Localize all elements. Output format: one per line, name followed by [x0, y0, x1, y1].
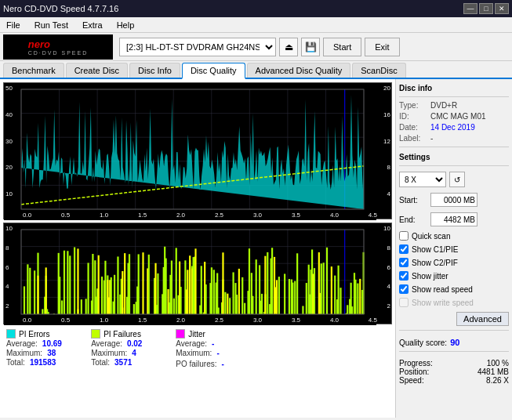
show-c2-checkbox[interactable] [399, 258, 409, 267]
titlebar-controls[interactable]: — □ ✕ [463, 3, 509, 14]
lower-chart-right-labels: 10 8 6 4 2 [379, 223, 391, 324]
show-c1-checkbox[interactable] [399, 244, 409, 254]
start-row: Start: [399, 193, 509, 207]
quick-scan-label: Quick scan [412, 232, 450, 241]
show-read-speed-label: Show read speed [412, 285, 473, 294]
save-icon[interactable]: 💾 [301, 38, 320, 56]
quality-score: 90 [450, 338, 459, 347]
legend-jitter: Jitter Average: - Maximum: - PO failures… [176, 329, 252, 368]
speed-row-progress: Speed: 8.26 X [399, 376, 509, 385]
menubar: File Run Test Extra Help [0, 17, 512, 33]
speed-value: 8.26 X [486, 376, 509, 385]
logo: nero CD·DVD SPEED [3, 34, 113, 60]
pi-errors-title: PI Errors [19, 330, 49, 339]
tab-disc-quality[interactable]: Disc Quality [182, 63, 245, 79]
legend-area: PI Errors Average: 10.69 Maximum: 38 Tot… [3, 328, 392, 370]
minimize-button[interactable]: — [463, 3, 478, 14]
start-input[interactable] [430, 193, 478, 207]
progress-row: Progress: 100 % [399, 359, 509, 368]
divider-4 [399, 330, 509, 331]
pi-failures-title: PI Failures [103, 330, 141, 339]
right-panel: Disc info Type: DVD+R ID: CMC MAG M01 Da… [396, 79, 512, 418]
position-row: Position: 4481 MB [399, 368, 509, 376]
tab-disc-info[interactable]: Disc Info [129, 63, 180, 78]
disc-type-row: Type: DVD+R [399, 101, 509, 110]
divider-1 [399, 96, 509, 97]
pi-errors-color-box [6, 329, 16, 339]
speed-row: 8 X ↺ [399, 172, 509, 187]
main-content: 50 40 30 20 10 20 16 12 8 4 0.0 0.5 1.0 … [0, 79, 512, 418]
eject-icon[interactable]: ⏏ [279, 38, 298, 56]
drive-select[interactable]: [2:3] HL-DT-ST DVDRAM GH24NSD0 LH00 [119, 38, 276, 56]
progress-value: 100 % [487, 359, 509, 368]
position-value: 4481 MB [478, 368, 509, 376]
toolbar: nero CD·DVD SPEED [2:3] HL-DT-ST DVDRAM … [0, 33, 512, 61]
quick-scan-checkbox[interactable] [399, 231, 409, 241]
disc-type-value: DVD+R [430, 101, 457, 110]
show-read-speed-checkbox[interactable] [399, 284, 409, 294]
tab-bar: Benchmark Create Disc Disc Info Disc Qua… [0, 61, 512, 79]
disc-info-title: Disc info [399, 84, 509, 92]
disc-date-value: 14 Dec 2019 [430, 123, 475, 132]
menu-run-test[interactable]: Run Test [31, 19, 71, 31]
show-c1-label: Show C1/PIE [412, 245, 458, 254]
speed-select[interactable]: 8 X [399, 172, 446, 187]
tab-scandisc[interactable]: ScanDisc [352, 63, 405, 78]
titlebar-title: Nero CD-DVD Speed 4.7.7.16 [3, 4, 118, 13]
divider-2 [399, 147, 509, 147]
tab-benchmark[interactable]: Benchmark [3, 63, 64, 78]
settings-title: Settings [399, 153, 509, 161]
app-title: Nero CD-DVD Speed 4.7.7.16 [3, 4, 118, 13]
show-write-speed-row: Show write speed [399, 298, 509, 307]
show-c1-row: Show C1/PIE [399, 244, 509, 254]
upper-chart: 50 40 30 20 10 20 16 12 8 4 0.0 0.5 1.0 … [3, 82, 392, 219]
show-jitter-label: Show jitter [412, 272, 448, 281]
tab-create-disc[interactable]: Create Disc [66, 63, 128, 78]
show-c2-label: Show C2/PIF [412, 259, 458, 267]
legend-pi-errors: PI Errors Average: 10.69 Maximum: 38 Tot… [6, 329, 78, 368]
pi-failures-color-box [91, 329, 100, 339]
progress-section: Progress: 100 % Position: 4481 MB Speed:… [399, 359, 509, 385]
upper-chart-right-labels: 20 16 12 8 4 [379, 83, 391, 219]
show-read-speed-row: Show read speed [399, 284, 509, 294]
show-jitter-checkbox[interactable] [399, 271, 409, 281]
restore-button[interactable]: □ [479, 3, 493, 14]
close-button[interactable]: ✕ [495, 3, 509, 14]
jitter-title: Jitter [188, 330, 205, 339]
show-write-speed-checkbox [399, 298, 409, 307]
menu-file[interactable]: File [3, 19, 24, 31]
disc-label-row: Label: - [399, 134, 509, 143]
lower-chart: 10 8 6 4 2 10 8 6 4 2 0.0 0.5 1.0 1.5 2.… [3, 223, 392, 324]
end-input[interactable] [430, 212, 478, 226]
show-jitter-row: Show jitter [399, 271, 509, 281]
show-write-speed-label: Show write speed [412, 299, 474, 307]
tab-advanced-disc-quality[interactable]: Advanced Disc Quality [247, 63, 351, 78]
advanced-button[interactable]: Advanced [456, 312, 509, 326]
disc-id-row: ID: CMC MAG M01 [399, 112, 509, 121]
divider-3 [399, 165, 509, 166]
disc-label-value: - [430, 134, 433, 143]
disc-date-row: Date: 14 Dec 2019 [399, 123, 509, 132]
divider-5 [399, 351, 509, 352]
quick-scan-row: Quick scan [399, 231, 509, 241]
menu-extra[interactable]: Extra [79, 19, 106, 31]
disc-id-value: CMC MAG M01 [430, 112, 486, 121]
end-row: End: [399, 212, 509, 226]
refresh-icon[interactable]: ↺ [449, 172, 465, 187]
chart-area: 50 40 30 20 10 20 16 12 8 4 0.0 0.5 1.0 … [0, 79, 396, 418]
jitter-color-box [176, 329, 185, 339]
exit-button[interactable]: Exit [365, 38, 399, 56]
titlebar: Nero CD-DVD Speed 4.7.7.16 — □ ✕ [0, 0, 512, 17]
menu-help[interactable]: Help [114, 19, 138, 31]
quality-row: Quality score: 90 [399, 338, 509, 347]
show-c2-row: Show C2/PIF [399, 258, 509, 267]
legend-pi-failures: PI Failures Average: 0.02 Maximum: 4 Tot… [91, 329, 163, 368]
start-button[interactable]: Start [323, 38, 361, 56]
